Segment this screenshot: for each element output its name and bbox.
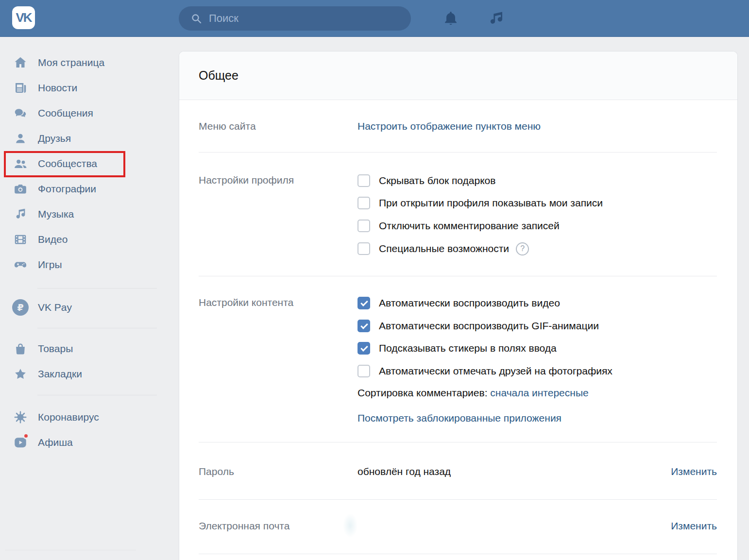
sidebar-divider bbox=[37, 328, 157, 328]
sidebar-item-goods[interactable]: Товары bbox=[12, 336, 73, 361]
change-password-link[interactable]: Изменить bbox=[671, 466, 717, 477]
checkbox-sticker-suggest[interactable] bbox=[357, 342, 370, 355]
option-label[interactable]: При открытии профиля показывать мои запи… bbox=[379, 197, 603, 209]
option-disable-comments[interactable]: Отключить комментирование записей bbox=[357, 218, 560, 234]
sidebar-item-afisha[interactable]: Афиша bbox=[12, 430, 73, 455]
music-note-icon bbox=[12, 206, 29, 222]
content-settings-section: Настройки контента Автоматически воспрои… bbox=[179, 276, 737, 442]
option-label[interactable]: Подсказывать стикеры в полях ввода bbox=[379, 342, 557, 354]
configure-menu-link[interactable]: Настроить отображение пунктов меню bbox=[357, 120, 541, 132]
checkbox-show-posts-on-open[interactable] bbox=[357, 197, 370, 209]
profile-settings-section: Настройки профиля Скрывать блок подарков… bbox=[179, 153, 737, 276]
divider bbox=[199, 554, 717, 554]
sidebar-item-label: Игры bbox=[38, 259, 62, 271]
sidebar-item-vk-pay[interactable]: ₽ VK Pay bbox=[12, 295, 72, 320]
option-label[interactable]: Специальные возможности bbox=[379, 243, 509, 255]
sidebar-item-label: Сообщества bbox=[38, 158, 97, 170]
comments-sort-label: Сортировка комментариев: bbox=[357, 387, 487, 398]
vk-settings-page: VK Моя страница bbox=[0, 0, 749, 560]
notifications-bell-icon[interactable] bbox=[440, 9, 461, 28]
sidebar-divider bbox=[37, 288, 157, 288]
redacted-email-blur bbox=[343, 513, 357, 538]
option-autoplay-video[interactable]: Автоматически воспроизводить видео bbox=[357, 295, 560, 311]
communities-icon bbox=[12, 155, 29, 172]
sidebar-item-games[interactable]: Игры bbox=[12, 252, 62, 277]
comments-sort-link[interactable]: сначала интересные bbox=[490, 387, 588, 398]
option-label[interactable]: Автоматически отмечать друзей на фотогра… bbox=[379, 365, 613, 377]
sidebar-item-bookmarks[interactable]: Закладки bbox=[12, 361, 82, 387]
home-icon bbox=[12, 54, 29, 71]
comments-sort-line: Сортировка комментариев: сначала интерес… bbox=[357, 387, 589, 399]
sidebar-item-label: Музыка bbox=[38, 208, 74, 220]
option-accessibility[interactable]: Специальные возможности ? bbox=[357, 240, 529, 257]
option-autoplay-gif[interactable]: Автоматически воспроизводить GIF-анимаци… bbox=[357, 318, 599, 334]
friend-icon bbox=[12, 130, 29, 147]
sidebar-item-video[interactable]: Видео bbox=[12, 227, 68, 252]
video-icon bbox=[12, 231, 29, 248]
virus-icon bbox=[12, 409, 29, 425]
sidebar-item-label: Закладки bbox=[38, 368, 82, 380]
sidebar-item-coronavirus[interactable]: Коронавирус bbox=[12, 405, 99, 430]
option-auto-tag-friends[interactable]: Автоматически отмечать друзей на фотогра… bbox=[357, 363, 613, 379]
password-row: Пароль обновлён год назад Изменить bbox=[179, 442, 737, 500]
option-label[interactable]: Отключить комментирование записей bbox=[379, 220, 560, 232]
sidebar-item-label: Друзья bbox=[38, 133, 71, 144]
row-label: Электронная почта bbox=[199, 520, 289, 532]
sidebar-item-label: Фотографии bbox=[38, 183, 96, 195]
site-menu-row: Меню сайта Настроить отображение пунктов… bbox=[179, 100, 737, 153]
sidebar-item-my-page[interactable]: Моя страница bbox=[12, 50, 104, 75]
checkbox-autoplay-video[interactable] bbox=[357, 297, 370, 309]
sidebar-item-photos[interactable]: Фотографии bbox=[12, 176, 96, 202]
star-icon bbox=[12, 366, 29, 382]
sidebar-item-label: Видео bbox=[38, 234, 68, 245]
shopping-bag-icon bbox=[12, 340, 29, 357]
option-label[interactable]: Скрывать блок подарков bbox=[379, 175, 495, 187]
option-show-posts-on-open[interactable]: При открытии профиля показывать мои запи… bbox=[357, 195, 603, 211]
checkbox-auto-tag-friends[interactable] bbox=[357, 365, 370, 377]
blocked-apps-link[interactable]: Посмотреть заблокированные приложения bbox=[357, 412, 562, 424]
email-row: Электронная почта Изменить bbox=[179, 500, 737, 554]
music-icon[interactable] bbox=[486, 9, 507, 28]
change-email-link[interactable]: Изменить bbox=[671, 520, 717, 532]
notification-dot bbox=[23, 433, 29, 439]
vk-logo[interactable]: VK bbox=[12, 6, 35, 29]
search-bar[interactable] bbox=[179, 6, 411, 31]
sidebar-divider bbox=[37, 395, 157, 395]
help-icon[interactable]: ? bbox=[516, 242, 529, 255]
option-label[interactable]: Автоматически воспроизводить видео bbox=[379, 297, 560, 309]
checkbox-disable-comments[interactable] bbox=[357, 220, 370, 232]
sidebar-item-label: Моя страница bbox=[38, 57, 104, 68]
section-label: Настройки профиля bbox=[199, 174, 294, 186]
sidebar-item-label: Новости bbox=[38, 82, 77, 94]
play-badge-icon bbox=[12, 434, 29, 451]
checkbox-hide-gifts[interactable] bbox=[357, 174, 370, 187]
row-label: Пароль bbox=[199, 466, 234, 477]
sidebar-item-news[interactable]: Новости bbox=[12, 75, 77, 101]
vk-logo-text: VK bbox=[16, 10, 31, 25]
settings-card: Общее Меню сайта Настроить отображение п… bbox=[179, 51, 738, 560]
settings-card-header: Общее bbox=[179, 51, 737, 100]
search-input[interactable] bbox=[209, 12, 403, 25]
checkbox-accessibility[interactable] bbox=[357, 242, 370, 255]
page-title: Общее bbox=[199, 68, 238, 83]
camera-icon bbox=[12, 181, 29, 197]
messages-icon bbox=[12, 105, 29, 121]
option-hide-gifts[interactable]: Скрывать блок подарков bbox=[357, 172, 495, 189]
ruble-coin-icon: ₽ bbox=[12, 299, 29, 316]
option-sticker-suggest[interactable]: Подсказывать стикеры в полях ввода bbox=[357, 340, 557, 356]
option-label[interactable]: Автоматически воспроизводить GIF-анимаци… bbox=[379, 320, 599, 332]
sidebar-item-friends[interactable]: Друзья bbox=[12, 126, 71, 151]
sidebar-item-music[interactable]: Музыка bbox=[12, 202, 74, 227]
gamepad-icon bbox=[12, 256, 29, 273]
sidebar-item-label: Товары bbox=[38, 343, 73, 355]
checkbox-autoplay-gif[interactable] bbox=[357, 320, 370, 332]
search-icon bbox=[190, 13, 202, 24]
sidebar-item-label: Афиша bbox=[38, 437, 73, 448]
sidebar-item-messages[interactable]: Сообщения bbox=[12, 101, 93, 126]
sidebar-item-communities[interactable]: Сообщества bbox=[12, 151, 97, 176]
row-label: Меню сайта bbox=[199, 120, 256, 132]
sidebar-item-label: VK Pay bbox=[38, 302, 72, 313]
password-status: обновлён год назад bbox=[357, 466, 451, 477]
sidebar-divider bbox=[5, 550, 136, 550]
sidebar: Моя страница Новости Сообщения bbox=[0, 37, 179, 560]
